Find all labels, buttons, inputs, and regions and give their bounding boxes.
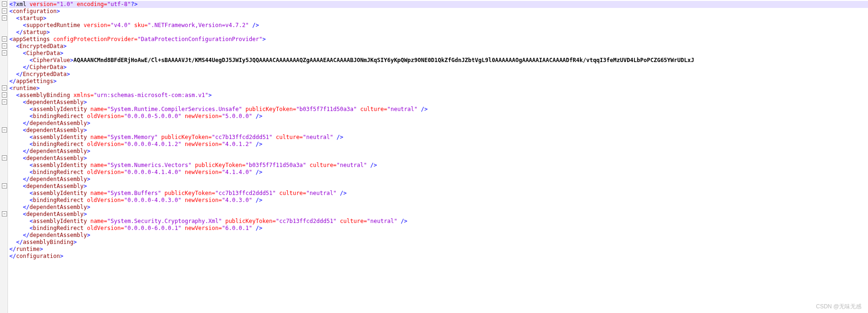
tag-dependentassembly-open: −<dependentAssembly> bbox=[9, 99, 868, 106]
fold-icon[interactable]: − bbox=[2, 127, 7, 132]
fold-icon[interactable]: − bbox=[2, 36, 7, 42]
tag-runtime-close: </runtime> bbox=[9, 246, 868, 253]
fold-icon[interactable]: − bbox=[2, 85, 7, 90]
fold-icon[interactable]: − bbox=[2, 211, 7, 216]
tag-bindingredirect: <bindingRedirect oldVersion="0.0.0.0-4.0… bbox=[9, 197, 868, 204]
tag-runtime-open: − <runtime> bbox=[9, 85, 868, 92]
fold-icon[interactable]: − bbox=[2, 43, 7, 49]
tag-encrypteddata-close: </EncryptedData> bbox=[9, 71, 868, 78]
tag-assemblybinding-open: − <assemblyBinding xmlns="urn:schemas-mi… bbox=[9, 92, 868, 99]
tag-startup-close: </startup> bbox=[9, 29, 868, 36]
tag-dependentassembly-open: −<dependentAssembly> bbox=[9, 127, 868, 134]
tag-appsettings-open: − <appSettings configProtectionProvider=… bbox=[9, 36, 868, 43]
tag-startup-open: − <startup> bbox=[9, 15, 868, 22]
fold-icon[interactable]: − bbox=[2, 50, 7, 56]
fold-icon[interactable]: − bbox=[2, 1, 7, 7]
tag-supportedruntime: <supportedRuntime version="v4.0" sku=".N… bbox=[9, 22, 868, 29]
tag-appsettings-close: </appSettings> bbox=[9, 78, 868, 85]
tag-bindingredirect: <bindingRedirect oldVersion="0.0.0.0-6.0… bbox=[9, 225, 868, 232]
tag-dependentassembly-open: −<dependentAssembly> bbox=[9, 155, 868, 162]
tag-ciphervalue: <CipherValue>AQAAANCMnd8BFdERjHoAwE/Cl+s… bbox=[9, 57, 868, 64]
tag-configuration-open: − <configuration> bbox=[9, 8, 868, 15]
tag-dependentassembly-close: </dependentAssembly> bbox=[9, 232, 868, 239]
fold-icon[interactable]: − bbox=[2, 8, 7, 14]
tag-configuration-close: </configuration> bbox=[9, 253, 868, 260]
tag-bindingredirect: <bindingRedirect oldVersion="0.0.0.0-4.0… bbox=[9, 141, 868, 148]
tag-dependentassembly-close: </dependentAssembly> bbox=[9, 176, 868, 183]
xml-code-block: − <?xml version="1.0" encoding="utf-8"?>… bbox=[0, 0, 868, 260]
tag-bindingredirect: <bindingRedirect oldVersion="0.0.0.0-5.0… bbox=[9, 113, 868, 120]
tag-dependentassembly-open: −<dependentAssembly> bbox=[9, 183, 868, 190]
tag-assemblyidentity: <assemblyIdentity name="System.Memory" p… bbox=[9, 134, 868, 141]
tag-cipherdata-open: − <CipherData> bbox=[9, 50, 868, 57]
fold-icon[interactable]: − bbox=[2, 15, 7, 21]
tag-cipherdata-close: </CipherData> bbox=[9, 64, 868, 71]
tag-assemblyidentity: <assemblyIdentity name="System.Security.… bbox=[9, 218, 868, 225]
fold-icon[interactable]: − bbox=[2, 183, 7, 188]
fold-icon[interactable]: − bbox=[2, 99, 7, 104]
fold-icon[interactable]: − bbox=[2, 92, 7, 97]
xml-declaration: − <?xml version="1.0" encoding="utf-8"?> bbox=[9, 1, 868, 8]
tag-bindingredirect: <bindingRedirect oldVersion="0.0.0.0-4.1… bbox=[9, 169, 868, 176]
tag-assemblybinding-close: </assemblyBinding> bbox=[9, 239, 868, 246]
fold-icon[interactable]: − bbox=[2, 155, 7, 160]
tag-encrypteddata-open: − <EncryptedData> bbox=[9, 43, 868, 50]
tag-assemblyidentity: <assemblyIdentity name="System.Buffers" … bbox=[9, 190, 868, 197]
tag-assemblyidentity: <assemblyIdentity name="System.Numerics.… bbox=[9, 162, 868, 169]
tag-dependentassembly-close: </dependentAssembly> bbox=[9, 148, 868, 155]
tag-dependentassembly-open: −<dependentAssembly> bbox=[9, 211, 868, 218]
tag-dependentassembly-close: </dependentAssembly> bbox=[9, 204, 868, 211]
tag-assemblyidentity: <assemblyIdentity name="System.Runtime.C… bbox=[9, 106, 868, 113]
tag-dependentassembly-close: </dependentAssembly> bbox=[9, 120, 868, 127]
